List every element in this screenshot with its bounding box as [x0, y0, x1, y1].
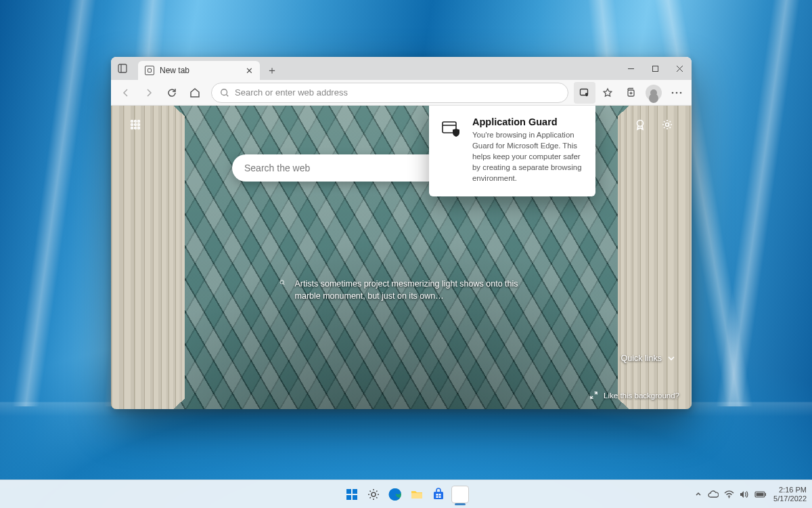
titlebar: New tab ✕ ＋: [111, 57, 692, 80]
settings-menu-button[interactable]: [666, 82, 687, 104]
svg-point-26: [280, 280, 284, 284]
avatar-icon: [646, 85, 662, 101]
popover-title: Application Guard: [472, 117, 583, 127]
svg-line-27: [284, 284, 285, 285]
taskbar-store[interactable]: [430, 486, 447, 503]
tab-actions-button[interactable]: [111, 57, 134, 80]
system-tray: 2:16 PM 5/17/2022: [694, 486, 807, 502]
svg-point-18: [131, 124, 133, 126]
svg-rect-31: [353, 489, 357, 494]
taskbar-center: [343, 486, 469, 503]
maximize-button[interactable]: [643, 57, 667, 80]
background-caption-text: Artists sometimes project mesmerizing li…: [295, 278, 523, 302]
profile-button[interactable]: [643, 82, 664, 104]
new-tab-button[interactable]: ＋: [263, 61, 281, 80]
search-icon: [220, 88, 229, 98]
close-window-button[interactable]: [667, 57, 692, 80]
browser-window: New tab ✕ ＋ Search or enter web address: [111, 57, 692, 409]
search-icon: [279, 278, 286, 287]
wifi-icon[interactable]: [724, 490, 734, 499]
page-settings-button[interactable]: [658, 115, 677, 134]
minimize-button[interactable]: [618, 57, 643, 80]
svg-point-6: [221, 89, 227, 95]
svg-rect-40: [436, 496, 438, 498]
svg-point-16: [135, 121, 137, 123]
address-bar[interactable]: Search or enter web address: [211, 83, 568, 103]
background-caption[interactable]: Artists sometimes project mesmerizing li…: [279, 278, 523, 302]
volume-icon[interactable]: [740, 490, 749, 499]
forward-button[interactable]: [138, 82, 160, 104]
collections-button[interactable]: [620, 82, 641, 104]
svg-rect-3: [652, 66, 658, 71]
chevron-down-icon: [667, 354, 675, 362]
new-tab-page: Search the web Artists sometimes project…: [111, 106, 692, 409]
tray-overflow-button[interactable]: [694, 490, 702, 499]
app-guard-icon: [441, 119, 463, 184]
svg-point-17: [138, 121, 140, 123]
svg-point-20: [138, 124, 140, 126]
svg-rect-0: [118, 64, 127, 72]
app-guard-popover: Application Guard You're browsing in App…: [429, 106, 595, 196]
svg-rect-32: [346, 495, 351, 500]
start-button[interactable]: [343, 486, 361, 503]
app-guard-favicon-icon: [145, 66, 154, 75]
ntp-search-placeholder: Search the web: [244, 163, 310, 173]
svg-rect-44: [765, 493, 767, 496]
svg-point-25: [666, 123, 669, 127]
app-launcher-button[interactable]: [126, 115, 145, 134]
taskbar-file-explorer[interactable]: [408, 486, 426, 503]
back-button[interactable]: [115, 82, 137, 104]
svg-rect-41: [439, 496, 441, 498]
taskbar-settings[interactable]: [365, 486, 382, 503]
taskbar-clock[interactable]: 2:16 PM 5/17/2022: [773, 486, 807, 502]
svg-rect-37: [434, 492, 443, 499]
svg-rect-36: [411, 493, 422, 499]
toolbar: Search or enter web address: [111, 80, 692, 106]
quick-links-label: Quick links: [621, 354, 662, 363]
svg-rect-45: [757, 492, 764, 496]
svg-point-19: [135, 124, 137, 126]
like-background-label: Like this background?: [604, 391, 679, 400]
clock-date: 5/17/2022: [773, 494, 807, 503]
svg-point-34: [371, 492, 376, 496]
refresh-button[interactable]: [161, 82, 183, 104]
svg-point-13: [676, 91, 678, 93]
svg-rect-38: [436, 494, 438, 496]
battery-icon[interactable]: [754, 491, 767, 498]
browser-tab[interactable]: New tab ✕: [138, 61, 260, 80]
desktop: New tab ✕ ＋ Search or enter web address: [0, 0, 812, 508]
ntp-topbar: [111, 115, 692, 134]
svg-point-42: [729, 496, 730, 498]
svg-rect-33: [353, 495, 357, 500]
wallpaper-stripe: [12, 0, 96, 406]
wallpaper-stripe: [716, 0, 800, 406]
app-guard-indicator-button[interactable]: [574, 82, 595, 104]
address-bar-placeholder: Search or enter web address: [235, 87, 348, 98]
rewards-button[interactable]: [631, 115, 650, 134]
svg-point-23: [138, 127, 140, 129]
favorites-button[interactable]: [597, 82, 618, 104]
svg-point-15: [131, 121, 133, 123]
svg-point-14: [680, 91, 682, 93]
home-button[interactable]: [184, 82, 206, 104]
expand-icon: [589, 391, 598, 400]
window-controls: [618, 57, 692, 80]
svg-point-22: [135, 127, 137, 129]
svg-point-24: [637, 121, 644, 127]
taskbar-running-app[interactable]: [451, 486, 469, 503]
tab-title: New tab: [160, 66, 240, 75]
quick-links-toggle[interactable]: Quick links: [621, 354, 675, 363]
svg-point-21: [131, 127, 133, 129]
taskbar: 2:16 PM 5/17/2022: [0, 480, 812, 508]
taskbar-edge[interactable]: [386, 486, 404, 503]
svg-rect-30: [346, 489, 351, 494]
popover-body: You're browsing in Application Guard for…: [472, 130, 583, 184]
clock-time: 2:16 PM: [773, 486, 807, 494]
svg-rect-39: [439, 494, 441, 496]
like-background-link[interactable]: Like this background?: [589, 391, 679, 400]
onedrive-icon[interactable]: [708, 490, 719, 499]
svg-point-12: [672, 91, 674, 93]
svg-line-7: [227, 94, 229, 96]
tab-close-button[interactable]: ✕: [246, 66, 253, 76]
